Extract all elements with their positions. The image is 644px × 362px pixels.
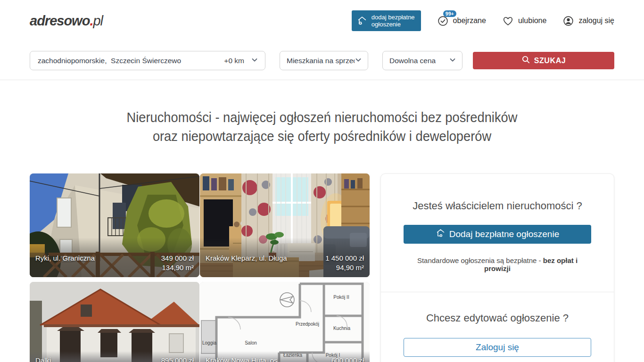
location-input[interactable] <box>38 57 224 65</box>
house-plus-icon <box>436 228 446 240</box>
listing-caption: Kraków Nowa Huta, os 600 000 zł <box>200 351 370 362</box>
viewed-link[interactable]: 99+ obejrzane <box>437 15 486 27</box>
page-title-line2: oraz niepowtarzające się oferty pośredni… <box>19 127 625 146</box>
listing-area: 134,90 m² <box>161 263 194 272</box>
listing-title: Ryki, ul. Graniczna <box>30 254 95 263</box>
listing-price-area: 600 000 zł <box>331 356 370 362</box>
listing-caption: Dalki 895 000 zł <box>30 351 199 362</box>
top-actions: dodaj bezpłatne ogłoszenie 99+ obejrzane <box>352 10 614 32</box>
floorplan-room-label: Przedpokój <box>296 321 319 327</box>
listing-title: Dalki <box>30 356 51 362</box>
listing-title: Kraków Kleparz, ul. Długa <box>200 254 287 263</box>
category-value: Mieszkania na sprzeda <box>287 57 355 65</box>
add-free-listing-button[interactable]: Dodaj bezpłatne ogłoszenie <box>404 225 591 244</box>
promo-divider <box>381 292 614 292</box>
listing-card-nowa-huta[interactable]: Pokój II Przedpokój Kuchnia Salon Loggia… <box>200 282 370 362</box>
search-bar: +0 km Mieszkania na sprzeda Dowolna cena <box>30 51 614 70</box>
listings-grid: Ryki, ul. Graniczna 349 000 zł 134,90 m² <box>30 173 370 362</box>
floorplan-room-label: Kuchnia <box>333 326 351 331</box>
listing-caption: Kraków Kleparz, ul. Długa 1 450 000 zł 9… <box>200 238 370 277</box>
heart-icon <box>502 15 514 27</box>
add-listing-button[interactable]: dodaj bezpłatne ogłoszenie <box>352 10 421 32</box>
listing-price: 600 000 zł <box>331 356 364 362</box>
listing-price: 895 000 zł <box>161 356 194 362</box>
radius-value[interactable]: +0 km <box>224 57 244 65</box>
listing-area: 94,90 m² <box>325 263 364 272</box>
listing-price-area: 1 450 000 zł 94,90 m² <box>325 254 370 272</box>
listing-card-ryki[interactable]: Ryki, ul. Graniczna 349 000 zł 134,90 m² <box>30 173 199 277</box>
login-link[interactable]: zaloguj się <box>562 15 614 27</box>
page: adresowo.pl dodaj bezpłatne ogłoszenie <box>0 0 644 362</box>
chevron-down-icon <box>449 56 456 66</box>
price-value: Dowolna cena <box>389 57 436 65</box>
logo[interactable]: adresowo.pl <box>30 13 103 29</box>
favorites-label: ulubione <box>518 16 547 25</box>
top-bar: adresowo.pl dodaj bezpłatne ogłoszenie <box>30 0 614 41</box>
floorplan-room-label: Loggia <box>202 340 216 346</box>
search-button-label: SZUKAJ <box>534 57 566 65</box>
owner-heading: Jesteś właścicielem nieruchomości ? <box>404 200 591 212</box>
header-divider <box>0 80 644 80</box>
listing-title: Kraków Nowa Huta, os <box>200 356 278 362</box>
search-button[interactable]: SZUKAJ <box>473 52 614 69</box>
house-plus-icon <box>357 16 367 26</box>
owner-note: Standardowe ogłoszenia są bezpłatne - be… <box>404 256 591 272</box>
listing-price-area: 349 000 zł 134,90 m² <box>161 254 199 272</box>
add-listing-label: dodaj bezpłatne ogłoszenie <box>372 14 415 28</box>
listing-photo-house-red-roof <box>30 282 199 362</box>
add-free-listing-label: Dodaj bezpłatne ogłoszenie <box>449 229 559 239</box>
logo-tld: pl <box>93 13 103 28</box>
page-title: Nieruchomości - najwięcej ogłoszeń nieru… <box>19 108 625 146</box>
search-icon <box>521 55 530 66</box>
check-circle-icon: 99+ <box>437 15 449 27</box>
chevron-down-icon <box>355 56 362 66</box>
favorites-link[interactable]: ulubione <box>502 15 547 27</box>
location-field[interactable]: +0 km <box>30 51 265 70</box>
viewed-count-badge: 99+ <box>443 10 456 17</box>
listing-card-dalki[interactable]: Dalki 895 000 zł <box>30 282 199 362</box>
edit-heading: Chcesz edytować ogłoszenie ? <box>404 312 591 324</box>
listing-price: 1 450 000 zł <box>325 254 364 263</box>
login-label: zaloguj się <box>578 16 614 25</box>
floorplan-room-label: Pokój II <box>333 295 349 300</box>
category-select[interactable]: Mieszkania na sprzeda <box>280 51 368 70</box>
listing-price: 349 000 zł <box>161 254 194 263</box>
viewed-label: obejrzane <box>453 16 486 25</box>
listing-caption: Ryki, ul. Graniczna 349 000 zł 134,90 m² <box>30 238 199 277</box>
price-select[interactable]: Dowolna cena <box>382 51 462 70</box>
floorplan-room-label: Salon <box>245 340 257 346</box>
owner-promo-card: Jesteś właścicielem nieruchomości ? Doda… <box>380 173 614 362</box>
login-button[interactable]: Zaloguj się <box>404 338 591 357</box>
page-title-line1: Nieruchomości - najwięcej ogłoszeń nieru… <box>19 108 625 127</box>
listing-photo-floorplan: Pokój II Przedpokój Kuchnia Salon Loggia… <box>200 282 370 362</box>
logo-main: adresowo <box>30 13 90 28</box>
chevron-down-icon <box>251 56 258 66</box>
user-circle-icon <box>562 15 574 27</box>
listing-card-kleparz[interactable]: Kraków Kleparz, ul. Długa 1 450 000 zł 9… <box>200 173 370 277</box>
listing-price-area: 895 000 zł <box>161 356 199 362</box>
